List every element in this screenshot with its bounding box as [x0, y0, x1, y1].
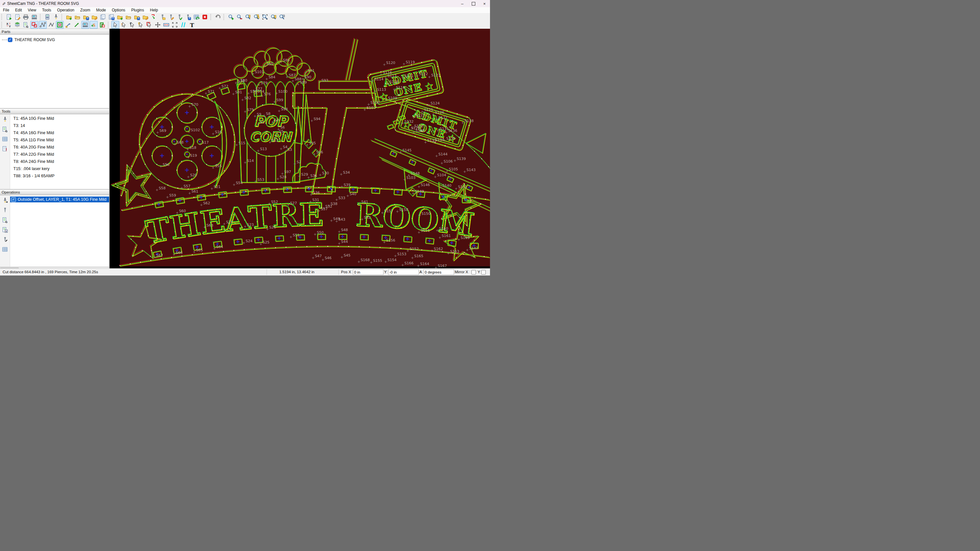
save-toolset-button[interactable] — [184, 13, 192, 21]
quick-start-tool-button[interactable] — [137, 21, 145, 29]
menu-edit[interactable]: Edit — [12, 7, 25, 13]
part-checkbox[interactable]: ✓ — [8, 38, 13, 42]
menu-help[interactable]: Help — [147, 7, 161, 13]
add-file-button[interactable] — [116, 13, 124, 21]
menu-tools[interactable]: Tools — [39, 7, 54, 13]
edit-toolset-button[interactable] — [167, 13, 175, 21]
shape-label: S27 — [290, 201, 297, 205]
copy-part-button[interactable] — [99, 13, 107, 21]
menu-options[interactable]: Options — [109, 7, 128, 13]
simulate-cut-button[interactable] — [52, 13, 60, 21]
torch-settings-button[interactable] — [1, 116, 9, 123]
material-bounds-button[interactable] — [171, 21, 179, 29]
tool-item[interactable]: T4: 45A 16G Fine Mild — [10, 129, 109, 137]
menu-plugins[interactable]: Plugins — [128, 7, 147, 13]
print-button[interactable] — [22, 13, 30, 21]
minimize-button[interactable]: – — [457, 0, 468, 7]
op-move-drill-button[interactable] — [1, 236, 9, 243]
zoom-machine-button[interactable] — [278, 13, 286, 21]
measure-tool-button[interactable] — [162, 21, 170, 29]
zoom-out-button[interactable] — [235, 13, 243, 21]
tool-alerts-button[interactable]: ! — [1, 145, 9, 153]
menu-file[interactable]: File — [0, 7, 12, 13]
shape-label: S95 — [309, 141, 316, 145]
refresh-nest-button[interactable] — [192, 13, 200, 21]
menu-mode[interactable]: Mode — [93, 7, 109, 13]
verify-toolset-button[interactable] — [175, 13, 183, 21]
tool-item[interactable]: T1: 45A 10G Fine Mild — [10, 115, 109, 122]
show-rapids-button[interactable] — [73, 21, 81, 29]
operation-item[interactable]: ✓Outside Offset, LAYER_1, T1: 45A 10G Fi… — [10, 197, 109, 202]
tool-item[interactable]: T8: 40A 24G Fine Mild — [10, 158, 109, 165]
zoom-extents-button[interactable] — [261, 13, 269, 21]
show-machine-button[interactable] — [81, 21, 89, 29]
tool-item[interactable]: T5: 45A 11G Fine Mild — [10, 137, 109, 144]
run-post-button[interactable] — [43, 13, 51, 21]
tool-item[interactable]: T15: .004 laser kery — [10, 165, 109, 172]
tool-item[interactable]: T88: 3/16 - 1/4 65AMP — [10, 172, 109, 179]
mirror-y-checkbox[interactable] — [481, 270, 486, 275]
delete-part-button[interactable] — [201, 13, 209, 21]
op-drill-button[interactable] — [1, 206, 9, 214]
menu-operation[interactable]: Operation — [54, 7, 78, 13]
pos-y-input[interactable] — [388, 269, 419, 275]
layers-button[interactable] — [13, 21, 21, 29]
job-options-button[interactable] — [13, 13, 21, 21]
new-job-button[interactable] — [5, 13, 13, 21]
import-drawing-button[interactable] — [150, 13, 158, 21]
contour-select-tool-button[interactable]: S — [120, 21, 128, 29]
zoom-material-button[interactable] — [269, 13, 277, 21]
tool-table-button[interactable] — [1, 135, 9, 143]
tool-item[interactable]: T7: 40A 22G Fine Mild — [10, 151, 109, 158]
maximize-button[interactable] — [468, 0, 479, 7]
show-nodes-button[interactable] — [39, 21, 47, 29]
text-tool-button[interactable]: T — [188, 21, 196, 29]
shape-label: S90 — [304, 75, 311, 79]
post-process-button[interactable] — [30, 13, 38, 21]
show-offset-paths-button[interactable] — [98, 21, 106, 29]
op-torch-move-button[interactable] — [1, 197, 9, 204]
drawing-canvas[interactable]: POPPOPPOPCORNCORNCORNADMITADMITADMITONEO… — [110, 29, 490, 268]
op-table-button[interactable] — [1, 246, 9, 253]
open-toolset-button[interactable] — [158, 13, 166, 21]
duplicate-part-button[interactable] — [108, 13, 115, 21]
pos-x-input[interactable] — [353, 269, 383, 275]
part-tree-item[interactable]: ✓THEATRE ROOM SVG — [2, 37, 109, 43]
kerf-display-button[interactable] — [179, 21, 187, 29]
mirror-x-checkbox[interactable] — [471, 270, 476, 275]
shape-label: S39 — [344, 183, 350, 187]
save-file-button[interactable] — [133, 13, 141, 21]
show-rapid-nodes-button[interactable] — [64, 21, 72, 29]
menu-zoom[interactable]: Zoom — [78, 7, 94, 13]
op-delete-list-button[interactable]: x — [1, 226, 9, 234]
show-start-points-button[interactable]: S — [90, 21, 98, 29]
show-part-outline-button[interactable] — [56, 21, 64, 29]
tool-gcode-button[interactable]: G — [1, 125, 9, 133]
select-tool-button[interactable] — [111, 21, 119, 29]
undo-button[interactable] — [214, 13, 222, 21]
open-file-button[interactable] — [124, 13, 132, 21]
zoom-part-button[interactable] — [244, 13, 252, 21]
cut-xy-button[interactable]: XY — [5, 21, 13, 29]
path-options-button[interactable]: G — [22, 21, 30, 29]
zoom-all-parts-button[interactable] — [253, 13, 260, 21]
close-button[interactable]: × — [479, 0, 490, 7]
angle-input[interactable] — [423, 269, 454, 275]
menu-view[interactable]: View — [25, 7, 39, 13]
open-part-button[interactable] — [73, 13, 81, 21]
save-part-button[interactable] — [82, 13, 90, 21]
show-polyline-button[interactable] — [48, 21, 55, 29]
edit-file-button[interactable] — [142, 13, 149, 21]
edit-part-button[interactable] — [91, 13, 98, 21]
add-part-button[interactable] — [65, 13, 73, 21]
zoom-in-button[interactable] — [227, 13, 235, 21]
region-select-tool-button[interactable] — [145, 21, 153, 29]
start-point-tool-button[interactable] — [128, 21, 136, 29]
tool-item[interactable]: T3: 14 — [10, 122, 109, 129]
show-contours-button[interactable] — [30, 21, 38, 29]
operation-checkbox[interactable]: ✓ — [11, 197, 16, 202]
op-gcode-button[interactable]: G — [1, 216, 9, 224]
pan-tool-button[interactable] — [154, 21, 162, 29]
tool-item[interactable]: T6: 40A 20G Fine Mild — [10, 144, 109, 151]
shape-label: S34 — [343, 170, 350, 175]
